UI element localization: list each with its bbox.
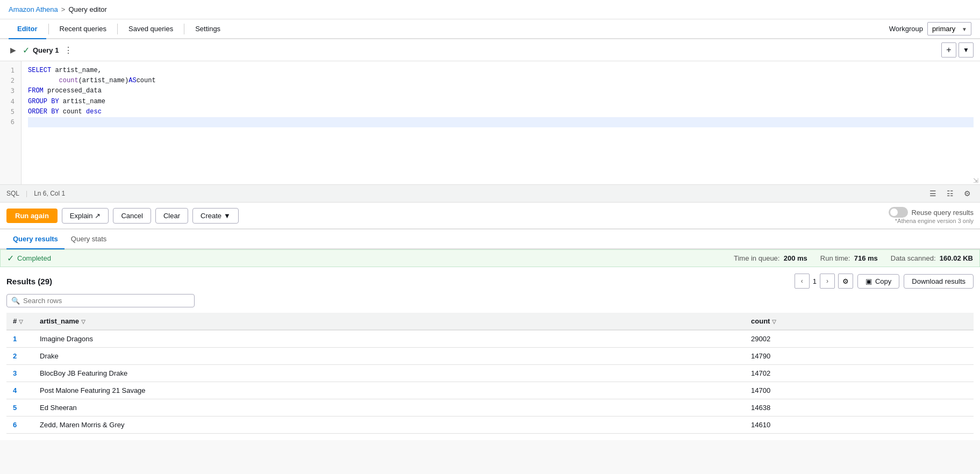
- download-results-button[interactable]: Download results: [904, 274, 974, 289]
- tab-saved-queries[interactable]: Saved queries: [120, 19, 182, 39]
- reuse-toggle-switch[interactable]: [889, 207, 908, 218]
- results-title: Results (29): [6, 277, 52, 286]
- workgroup-label: Workgroup: [889, 25, 923, 33]
- explain-button[interactable]: Explain ↗: [62, 208, 109, 224]
- table-header-row: # ▽ artist_name ▽ count ▽: [6, 313, 974, 330]
- top-nav: Editor Recent queries Saved queries Sett…: [0, 19, 980, 39]
- next-page-button[interactable]: ›: [820, 274, 835, 289]
- code-line-3: FROM processed_data: [28, 86, 974, 96]
- cell-row-num: 4: [6, 382, 33, 399]
- tab-editor[interactable]: Editor: [9, 19, 46, 39]
- col-sort-arrow-count[interactable]: ▽: [772, 319, 776, 325]
- time-in-queue-value: 200 ms: [784, 254, 807, 262]
- run-again-button[interactable]: Run again: [6, 209, 58, 223]
- cursor-position: Ln 6, Col 1: [34, 190, 65, 197]
- editor-actions-right: + ▼: [941, 42, 974, 58]
- cell-row-num: 6: [6, 416, 33, 434]
- col-sort-arrow-artist[interactable]: ▽: [81, 319, 85, 325]
- editor-dropdown-button[interactable]: ▼: [958, 42, 974, 58]
- workgroup-area: Workgroup primary: [889, 22, 971, 35]
- breadcrumb-separator: >: [61, 5, 66, 13]
- data-scanned: Data scanned: 160.02 KB: [891, 254, 973, 262]
- cell-count: 14790: [745, 348, 974, 365]
- search-bar[interactable]: 🔍: [6, 294, 195, 307]
- cancel-button[interactable]: Cancel: [113, 208, 151, 224]
- status-check-icon: ✓: [7, 253, 14, 263]
- col-header-count: count ▽: [745, 313, 974, 330]
- editor-container: ▶ ✓ Query 1 ⋮ + ▼ 1 2 3 4 5 6 SELECT art…: [0, 39, 980, 229]
- query-tab-label: ✓ Query 1 ⋮: [23, 44, 75, 56]
- cell-artist-name: Post Malone Featuring 21 Savage: [33, 382, 745, 399]
- pagination-area: ‹ 1 › ⚙: [795, 274, 853, 289]
- tab-settings[interactable]: Settings: [187, 19, 229, 39]
- table-row: 1 Imagine Dragons 29002: [6, 330, 974, 348]
- collapse-button[interactable]: ▶: [6, 44, 19, 56]
- toolbar: Run again Explain ↗ Cancel Clear Create …: [0, 203, 980, 229]
- breadcrumb-home[interactable]: Amazon Athena: [9, 5, 58, 13]
- create-label: Create: [201, 212, 221, 220]
- cell-artist-name: Ed Sheeran: [33, 399, 745, 416]
- code-line-4: GROUP BY artist_name: [28, 97, 974, 107]
- status-meta: Time in queue: 200 ms Run time: 716 ms D…: [734, 254, 973, 262]
- line-num-3: 3: [4, 86, 17, 96]
- line-num-6: 6: [4, 117, 17, 127]
- cell-artist-name: Drake: [33, 348, 745, 365]
- tab-query-stats[interactable]: Query stats: [65, 229, 113, 249]
- settings-icon-button[interactable]: ⚙: [961, 187, 974, 200]
- editor-header: ▶ ✓ Query 1 ⋮ + ▼: [0, 39, 980, 61]
- table-row: 4 Post Malone Featuring 21 Savage 14700: [6, 382, 974, 399]
- status-banner: ✓ Completed Time in queue: 200 ms Run ti…: [0, 249, 980, 267]
- code-line-2: count(artist_name) AS count: [28, 76, 974, 86]
- results-tabs: Query results Query stats: [0, 229, 980, 249]
- prev-page-button[interactable]: ‹: [795, 274, 810, 289]
- create-button[interactable]: Create ▼: [192, 208, 239, 224]
- cell-artist-name: BlocBoy JB Featuring Drake: [33, 365, 745, 382]
- clear-button[interactable]: Clear: [155, 208, 188, 224]
- code-content[interactable]: SELECT artist_name, count(artist_name) A…: [22, 61, 980, 184]
- format-icon-button[interactable]: ☰: [926, 187, 939, 200]
- add-query-button[interactable]: +: [941, 42, 956, 58]
- cell-count: 14700: [745, 382, 974, 399]
- workgroup-select[interactable]: primary: [927, 22, 971, 35]
- query-more-button[interactable]: ⋮: [62, 44, 75, 56]
- breadcrumb: Amazon Athena > Query editor: [0, 0, 980, 19]
- results-table: # ▽ artist_name ▽ count ▽ 1 Imagine Drag…: [6, 313, 974, 434]
- copy-label: Copy: [875, 277, 891, 285]
- code-editor[interactable]: 1 2 3 4 5 6 SELECT artist_name, count(ar…: [0, 61, 980, 185]
- explain-label: Explain: [70, 212, 93, 220]
- reuse-area: Reuse query results *Athena engine versi…: [889, 207, 974, 224]
- table-row: 6 Zedd, Maren Morris & Grey 14610: [6, 416, 974, 434]
- col-header-num: # ▽: [6, 313, 33, 330]
- search-input[interactable]: [23, 297, 190, 305]
- table-row: 3 BlocBoy JB Featuring Drake 14702: [6, 365, 974, 382]
- explain-external-icon: ↗: [95, 212, 101, 220]
- cell-row-num: 2: [6, 348, 33, 365]
- run-time: Run time: 716 ms: [820, 254, 878, 262]
- nav-divider-2: [117, 24, 118, 34]
- status-right-icons: ☰ ☷ ⚙: [926, 187, 974, 200]
- tab-query-results[interactable]: Query results: [6, 229, 65, 249]
- cell-count: 29002: [745, 330, 974, 348]
- query-tab-name: Query 1: [33, 46, 59, 54]
- table-icon-button[interactable]: ☷: [943, 187, 956, 200]
- query-status-icon: ✓: [23, 45, 30, 55]
- cell-artist-name: Imagine Dragons: [33, 330, 745, 348]
- results-section: Results (29) ‹ 1 › ⚙ ▣ Copy Download res…: [0, 267, 980, 440]
- page-settings-button[interactable]: ⚙: [838, 274, 853, 289]
- cell-artist-name: Zedd, Maren Morris & Grey: [33, 416, 745, 434]
- col-header-artist-name: artist_name ▽: [33, 313, 745, 330]
- run-time-value: 716 ms: [854, 254, 878, 262]
- tab-recent-queries[interactable]: Recent queries: [51, 19, 115, 39]
- copy-icon: ▣: [865, 277, 872, 285]
- search-icon: 🔍: [11, 297, 20, 305]
- results-header: Results (29) ‹ 1 › ⚙ ▣ Copy Download res…: [6, 274, 974, 289]
- download-label: Download results: [912, 277, 965, 285]
- cell-row-num: 1: [6, 330, 33, 348]
- resize-handle[interactable]: ⇲: [971, 176, 980, 185]
- col-sort-arrow-num[interactable]: ▽: [19, 319, 23, 325]
- nav-divider-3: [184, 24, 184, 34]
- status-bar: SQL | Ln 6, Col 1 ☰ ☷ ⚙: [0, 185, 980, 203]
- reuse-toggle: Reuse query results: [889, 207, 974, 218]
- results-tbody: 1 Imagine Dragons 29002 2 Drake 14790 3 …: [6, 330, 974, 434]
- copy-button[interactable]: ▣ Copy: [857, 274, 899, 289]
